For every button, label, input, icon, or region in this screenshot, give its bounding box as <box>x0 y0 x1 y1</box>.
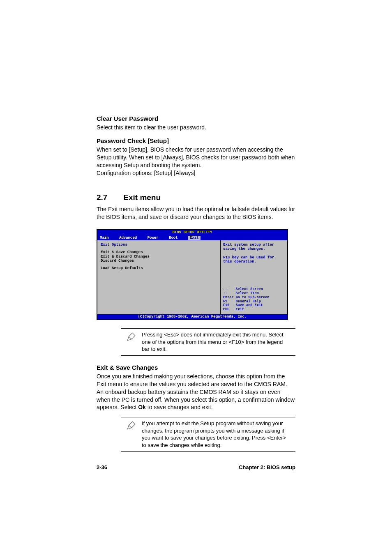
bios-help-panel: Exit system setup after saving the chang… <box>221 240 287 314</box>
note-text-esc: Pressing <Esc> does not immediately exit… <box>142 331 295 353</box>
ok-label: Ok <box>138 404 146 410</box>
bios-help-text: Exit system setup after saving the chang… <box>223 243 285 264</box>
heading-password-check: Password Check [Setup] <box>97 137 295 144</box>
heading-exit-save-changes: Exit & Save Changes <box>97 364 295 371</box>
svg-line-1 <box>129 425 132 428</box>
chapter-intro-text: The Exit menu items allow you to load th… <box>97 205 295 221</box>
text-password-check: When set to [Setup], BIOS checks for use… <box>97 146 295 177</box>
page-footer: 2-36 Chapter 2: BIOS setup <box>97 464 295 470</box>
svg-line-0 <box>129 336 132 339</box>
bios-tab-power: Power <box>148 236 159 240</box>
bios-title: BIOS SETUP UTILITY <box>97 230 287 235</box>
chapter-heading: 2.7 Exit menu <box>97 193 295 202</box>
bios-copyright: (C)Copyright 1985-2002, American Megatre… <box>97 314 287 319</box>
bios-options-title: Exit Options <box>101 243 217 247</box>
bios-option-exit-save: Exit & Save Changes <box>101 250 217 254</box>
text-clear-user-password: Select this item to clear the user passw… <box>97 124 295 131</box>
note-text-save-prompt: If you attempt to exit the Setup program… <box>142 420 295 449</box>
bios-option-discard: Discard Changes <box>101 259 217 263</box>
note-block-esc: Pressing <Esc> does not immediately exit… <box>121 328 295 356</box>
text-exit-save-changes: Once you are finished making your select… <box>97 373 295 411</box>
pencil-icon <box>121 331 142 343</box>
page-number: 2-36 <box>97 464 107 470</box>
bios-option-load-defaults: Load Setup Defaults <box>101 266 217 270</box>
heading-clear-user-password: Clear User Password <box>97 115 295 122</box>
bios-tab-boot: Boot <box>169 236 178 240</box>
bios-tab-exit: Exit <box>188 236 201 240</box>
chapter-number: 2.7 <box>97 193 121 202</box>
bios-option-exit-discard: Exit & Discard Changes <box>101 255 217 259</box>
bios-key-legend: ←→ Select Screen ↑↓ Select Item Enter Go… <box>223 288 285 312</box>
chapter-footer-label: Chapter 2: BIOS setup <box>239 464 295 470</box>
bios-tabs: Main Advanced Power Boot Exit <box>97 235 287 240</box>
bios-options-panel: Exit Options Exit & Save Changes Exit & … <box>97 240 221 314</box>
note-block-save-prompt: If you attempt to exit the Setup program… <box>121 417 295 451</box>
pencil-icon <box>121 420 142 432</box>
bios-screenshot: BIOS SETUP UTILITY Main Advanced Power B… <box>97 229 288 320</box>
chapter-title: Exit menu <box>123 193 161 202</box>
bios-tab-main: Main <box>100 236 109 240</box>
bios-tab-advanced: Advanced <box>119 236 137 240</box>
